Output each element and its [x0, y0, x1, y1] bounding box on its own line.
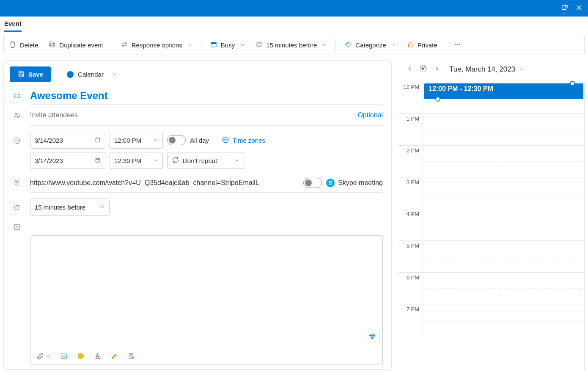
insert-image-button[interactable] — [60, 352, 68, 360]
event-block-label: 12:00 PM - 12:30 PM — [429, 85, 493, 92]
chevron-down-icon — [153, 157, 158, 164]
private-button[interactable]: Private — [401, 35, 442, 55]
svg-point-11 — [457, 44, 458, 44]
resize-handle-bottom[interactable] — [435, 97, 440, 102]
start-date-value: 3/14/2023 — [35, 137, 91, 144]
highlight-button[interactable] — [111, 352, 118, 360]
resize-handle-top[interactable] — [570, 81, 575, 86]
categorize-button[interactable]: Categorize — [339, 35, 401, 55]
svg-rect-2 — [49, 42, 53, 46]
chevron-down-icon — [100, 204, 105, 211]
day-preview-panel: Tue, March 14, 2023 12 PM1 PM2 PM3 PM4 P… — [398, 60, 585, 370]
hour-row[interactable]: 5 PM — [398, 241, 584, 273]
hour-label: 2 PM — [398, 146, 423, 177]
start-time-input[interactable]: 12:00 PM — [110, 132, 163, 149]
tab-row: Event — [0, 17, 588, 32]
popout-icon[interactable] — [559, 2, 570, 14]
chevron-down-icon — [153, 137, 158, 144]
hour-label: 1 PM — [398, 114, 423, 145]
more-icon[interactable] — [450, 41, 466, 50]
svg-rect-30 — [422, 68, 423, 69]
preview-date-picker[interactable]: Tue, March 14, 2023 — [449, 65, 524, 74]
repeat-select[interactable]: Don't repeat — [167, 152, 244, 169]
hour-label: 12 PM — [398, 82, 423, 113]
hour-row[interactable]: 1 PM — [398, 114, 584, 146]
next-day-button[interactable] — [432, 64, 442, 75]
svg-point-25 — [78, 353, 84, 359]
svg-point-8 — [347, 43, 348, 44]
reminder-select[interactable]: 15 minutes before — [30, 199, 110, 216]
event-title-input[interactable] — [30, 90, 383, 102]
all-day-toggle[interactable] — [167, 135, 186, 145]
people-icon — [13, 111, 21, 120]
duplicate-button[interactable]: Duplicate event — [43, 35, 108, 55]
save-label: Save — [28, 71, 43, 78]
attach-button[interactable] — [36, 352, 51, 360]
preview-date-label: Tue, March 14, 2023 — [449, 65, 515, 74]
svg-point-3 — [125, 42, 126, 44]
hour-row[interactable]: 2 PM — [398, 146, 584, 177]
svg-point-26 — [80, 355, 80, 356]
emoji-button[interactable] — [77, 352, 85, 360]
time-zones-label: Time zones — [233, 137, 265, 144]
duplicate-label: Duplicate event — [59, 41, 103, 49]
tab-event[interactable]: Event — [4, 17, 22, 32]
calendar-picker[interactable]: Calendar — [58, 71, 117, 78]
location-input[interactable] — [30, 179, 299, 187]
response-options-button[interactable]: Response options — [115, 35, 198, 55]
hour-row[interactable]: 7 PM — [398, 304, 584, 336]
font-format-button[interactable] — [94, 352, 102, 360]
day-grid[interactable]: 12 PM1 PM2 PM3 PM4 PM5 PM6 PM7 PM 12:00 … — [398, 82, 585, 370]
chevron-down-icon — [519, 65, 524, 74]
svg-rect-9 — [408, 44, 412, 47]
end-date-input[interactable]: 3/14/2023 — [30, 152, 105, 169]
today-button[interactable] — [418, 63, 429, 76]
save-icon — [17, 70, 25, 79]
ticket-icon — [10, 89, 24, 102]
gem-button[interactable] — [365, 329, 380, 344]
delete-button[interactable]: Delete — [4, 35, 43, 55]
svg-rect-1 — [51, 43, 55, 47]
event-block[interactable]: 12:00 PM - 12:30 PM — [424, 83, 583, 99]
reminder-ribbon-button[interactable]: 15 minutes before — [250, 35, 332, 55]
close-icon[interactable] — [574, 2, 585, 14]
description-toolbar — [30, 347, 382, 365]
trash-icon — [9, 41, 16, 50]
time-zones-link[interactable]: Time zones — [222, 136, 265, 145]
svg-rect-0 — [562, 6, 566, 10]
hour-label: 6 PM — [398, 273, 423, 304]
event-form: Save Calendar — [3, 60, 392, 370]
end-time-input[interactable]: 12:30 PM — [110, 152, 163, 169]
skype-toggle[interactable] — [303, 178, 322, 188]
calendar-icon — [95, 157, 101, 164]
reminder-value: 15 minutes before — [35, 204, 96, 211]
response-options-label: Response options — [132, 41, 182, 49]
hour-row[interactable]: 6 PM — [398, 273, 584, 304]
hour-label: 4 PM — [398, 209, 423, 240]
hour-row[interactable]: 3 PM — [398, 177, 584, 209]
svg-point-13 — [15, 113, 17, 115]
svg-point-12 — [459, 44, 460, 44]
svg-rect-6 — [211, 42, 216, 44]
svg-rect-19 — [96, 158, 99, 162]
svg-point-10 — [455, 44, 456, 44]
svg-rect-17 — [96, 138, 99, 141]
insert-more-button[interactable] — [128, 352, 135, 360]
prev-day-button[interactable] — [405, 64, 415, 75]
hour-row[interactable]: 4 PM — [398, 209, 584, 241]
location-icon — [13, 179, 21, 188]
categorize-label: Categorize — [355, 41, 386, 49]
attendees-input[interactable] — [30, 111, 353, 119]
calendar-name: Calendar — [78, 71, 104, 78]
busy-button[interactable]: Busy — [205, 35, 250, 55]
start-date-input[interactable]: 3/14/2023 — [30, 132, 105, 149]
save-button[interactable]: Save — [10, 66, 51, 82]
busy-icon — [210, 41, 217, 50]
repeat-icon — [172, 156, 179, 165]
sliders-icon — [121, 41, 128, 50]
duplicate-icon — [48, 41, 56, 50]
description-box[interactable] — [30, 235, 383, 365]
globe-icon — [222, 136, 229, 145]
all-day-label: All day — [190, 137, 209, 144]
optional-attendees-link[interactable]: Optional — [357, 111, 383, 119]
